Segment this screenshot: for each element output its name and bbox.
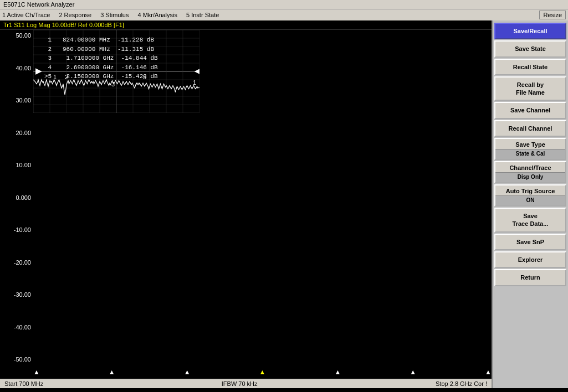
auto-trig-source-button[interactable]: Auto Trig Source ON — [494, 184, 566, 207]
resize-button[interactable]: Resize — [539, 11, 566, 19]
marker1-end-label: 1 — [193, 79, 196, 86]
marker-row-1: 1 824.00000 MHz -11.228 dB — [44, 35, 158, 45]
marker-row-4: 4 2.6900000 GHz -16.146 dB — [44, 63, 158, 73]
marker-row-5: >5 2.1500000 GHz -15.423 dB — [44, 72, 158, 81]
y-label-10: -50.00 — [0, 356, 33, 363]
recall-by-file-name-button[interactable]: Recall byFile Name — [494, 76, 566, 101]
recall-state-button[interactable]: Recall State — [494, 59, 566, 75]
app-title: E5071C Network Analyzer — [3, 1, 74, 8]
menu-bar: 1 Active Ch/Trace 2 Response 3 Stimulus … — [0, 9, 568, 20]
triangle-2: ▲ — [109, 368, 115, 376]
trace-header: Tr1 S11 Log Mag 10.00dB/ Ref 0.000dB [F1… — [0, 20, 492, 30]
y-label-4: 10.00 — [0, 162, 33, 168]
triangle-5: ▲ — [334, 368, 341, 376]
y-label-9: -40.00 — [0, 324, 33, 331]
menu-mkr-analysis[interactable]: 4 Mkr/Analysis — [137, 12, 177, 18]
status-ifbw: IFBW 70 kHz — [222, 380, 258, 387]
triangle-6: ▲ — [410, 368, 416, 376]
marker3-label: 3 — [111, 81, 115, 87]
y-label-1: 40.00 — [0, 65, 33, 71]
right-panel: Save/Recall Save State Recall State Reca… — [492, 20, 568, 388]
marker-data-overlay: 1 824.00000 MHz -11.228 dB 2 960.00000 M… — [44, 35, 158, 81]
auto-trig-source-label: Auto Trig Source — [495, 185, 565, 195]
menu-active-ch[interactable]: 1 Active Ch/Trace — [2, 12, 50, 18]
save-type-button[interactable]: Save Type State & Cal — [494, 138, 566, 160]
save-state-button[interactable]: Save State — [494, 40, 566, 57]
bottom-axis: ▲ ▲ ▲ ▲ ▲ ▲ ▲ — [33, 365, 492, 379]
status-bar: Start 700 MHz IFBW 70 kHz Stop 2.8 GHz C… — [0, 379, 492, 388]
status-start: Start 700 MHz — [4, 380, 43, 387]
plot-container: 50.00 40.00 30.00 20.00 10.00 0.000 -10.… — [0, 30, 492, 379]
recall-channel-button[interactable]: Recall Channel — [494, 120, 566, 137]
save-trace-data-button[interactable]: SaveTrace Data... — [494, 208, 566, 233]
save-channel-button[interactable]: Save Channel — [494, 102, 566, 118]
y-label-3: 20.00 — [0, 130, 33, 136]
triangle-3: ▲ — [184, 368, 191, 376]
y-label-8: -30.00 — [0, 291, 33, 298]
status-stop: Stop 2.8 GHz Cor ! — [436, 380, 487, 387]
explorer-button[interactable]: Explorer — [494, 251, 566, 268]
menu-stimulus[interactable]: 3 Stimulus — [100, 12, 129, 18]
channel-trace-button[interactable]: Channel/Trace Disp Only — [494, 161, 566, 183]
chart-area: Tr1 S11 Log Mag 10.00dB/ Ref 0.000dB [F1… — [0, 20, 492, 388]
svg-text:◀: ◀ — [194, 66, 199, 75]
save-type-label: Save Type — [495, 139, 565, 149]
menu-instr-state[interactable]: 5 Instr State — [186, 12, 219, 18]
y-label-2: 30.00 — [0, 97, 33, 104]
y-label-0: 50.00 — [0, 32, 33, 39]
triangle-4: ▲ — [259, 368, 266, 376]
title-bar: E5071C Network Analyzer — [0, 0, 568, 9]
svg-text:▶: ▶ — [35, 66, 42, 75]
save-snp-button[interactable]: Save SnP — [494, 234, 566, 250]
y-label-6: -10.00 — [0, 226, 33, 233]
trace-header-text: Tr1 S11 Log Mag 10.00dB/ Ref 0.000dB [F1… — [3, 22, 124, 28]
channel-trace-value: Disp Only — [495, 172, 565, 182]
y-label-7: -20.00 — [0, 259, 33, 266]
triangle-1: ▲ — [33, 368, 40, 376]
auto-trig-source-value: ON — [495, 195, 565, 205]
marker-row-2: 2 960.00000 MHz -11.315 dB — [44, 45, 158, 54]
menu-response[interactable]: 2 Response — [59, 12, 91, 18]
channel-trace-label: Channel/Trace — [495, 162, 565, 172]
y-axis: 50.00 40.00 30.00 20.00 10.00 0.000 -10.… — [0, 30, 33, 365]
y-label-5: 0.000 — [0, 194, 33, 201]
return-button[interactable]: Return — [494, 269, 566, 286]
main-layout: Tr1 S11 Log Mag 10.00dB/ Ref 0.000dB [F1… — [0, 20, 568, 388]
save-type-value: State & Cal — [495, 149, 565, 159]
marker-row-3: 3 1.7100000 GHz -14.844 dB — [44, 54, 158, 63]
triangle-7: ▲ — [485, 368, 492, 376]
save-recall-title[interactable]: Save/Recall — [494, 23, 566, 39]
